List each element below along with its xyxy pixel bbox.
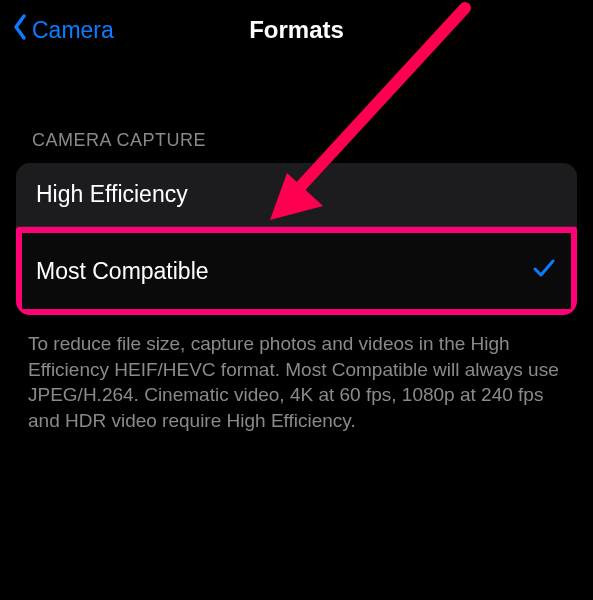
navigation-bar: Camera Formats <box>0 0 593 60</box>
format-options-list: High Efficiency Most Compatible <box>16 163 577 315</box>
option-label: High Efficiency <box>36 181 188 208</box>
option-label: Most Compatible <box>36 258 209 285</box>
back-button[interactable]: Camera <box>12 0 114 60</box>
section-header-camera-capture: CAMERA CAPTURE <box>0 60 593 163</box>
checkmark-icon <box>531 255 557 287</box>
option-most-compatible[interactable]: Most Compatible <box>16 227 577 315</box>
back-label: Camera <box>32 17 114 44</box>
option-high-efficiency[interactable]: High Efficiency <box>16 163 577 227</box>
section-footer-text: To reduce file size, capture photos and … <box>0 315 593 434</box>
page-title: Formats <box>249 16 344 44</box>
chevron-left-icon <box>12 13 32 47</box>
